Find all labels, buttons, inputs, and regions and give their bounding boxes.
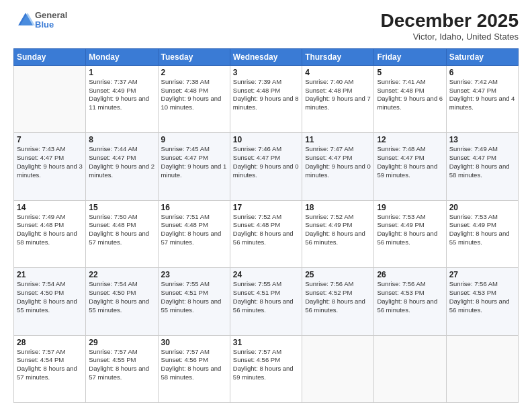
day-info: Sunrise: 7:43 AMSunset: 4:47 PMDaylight:… (17, 145, 83, 179)
calendar-cell: 27Sunrise: 7:56 AMSunset: 4:53 PMDayligh… (446, 268, 518, 335)
calendar-cell: 12Sunrise: 7:48 AMSunset: 4:47 PMDayligh… (374, 133, 446, 200)
day-info: Sunrise: 7:53 AMSunset: 4:49 PMDaylight:… (377, 213, 443, 247)
day-info: Sunrise: 7:56 AMSunset: 4:53 PMDaylight:… (449, 280, 515, 314)
day-info: Sunrise: 7:57 AMSunset: 4:56 PMDaylight:… (161, 348, 227, 382)
calendar-cell: 5Sunrise: 7:41 AMSunset: 4:48 PMDaylight… (374, 65, 446, 132)
header: General Blue December 2025 Victor, Idaho… (13, 11, 519, 42)
calendar-cell: 8Sunrise: 7:44 AMSunset: 4:47 PMDaylight… (86, 133, 158, 200)
day-info: Sunrise: 7:52 AMSunset: 4:49 PMDaylight:… (305, 213, 371, 247)
calendar-cell: 24Sunrise: 7:55 AMSunset: 4:51 PMDayligh… (230, 268, 302, 335)
month-title: December 2025 (381, 11, 519, 32)
calendar-cell: 6Sunrise: 7:42 AMSunset: 4:47 PMDaylight… (446, 65, 518, 132)
calendar-cell: 29Sunrise: 7:57 AMSunset: 4:55 PMDayligh… (86, 335, 158, 402)
day-number: 7 (17, 135, 83, 144)
weekday-header: Tuesday (158, 48, 230, 65)
day-info: Sunrise: 7:40 AMSunset: 4:48 PMDaylight:… (305, 78, 371, 112)
calendar-cell: 3Sunrise: 7:39 AMSunset: 4:48 PMDaylight… (230, 65, 302, 132)
calendar-row: 1Sunrise: 7:37 AMSunset: 4:49 PMDaylight… (14, 65, 519, 132)
day-number: 26 (377, 270, 443, 279)
day-info: Sunrise: 7:56 AMSunset: 4:52 PMDaylight:… (305, 280, 371, 314)
day-info: Sunrise: 7:57 AMSunset: 4:55 PMDaylight:… (89, 348, 154, 382)
day-info: Sunrise: 7:50 AMSunset: 4:48 PMDaylight:… (89, 213, 154, 247)
page: General Blue December 2025 Victor, Idaho… (0, 0, 532, 411)
weekday-header: Friday (374, 48, 446, 65)
day-number: 2 (161, 68, 227, 77)
calendar-cell (446, 335, 518, 402)
day-number: 18 (305, 203, 371, 212)
day-number: 20 (449, 203, 515, 212)
day-info: Sunrise: 7:51 AMSunset: 4:48 PMDaylight:… (161, 213, 227, 247)
day-number: 27 (449, 270, 515, 279)
logo-text: General Blue (35, 11, 67, 30)
day-info: Sunrise: 7:55 AMSunset: 4:51 PMDaylight:… (233, 280, 299, 314)
calendar-cell: 9Sunrise: 7:45 AMSunset: 4:47 PMDaylight… (158, 133, 230, 200)
day-info: Sunrise: 7:44 AMSunset: 4:47 PMDaylight:… (89, 145, 154, 179)
calendar-cell: 23Sunrise: 7:55 AMSunset: 4:51 PMDayligh… (158, 268, 230, 335)
calendar-cell: 16Sunrise: 7:51 AMSunset: 4:48 PMDayligh… (158, 200, 230, 267)
day-number: 4 (305, 68, 371, 77)
day-number: 25 (305, 270, 371, 279)
calendar-cell: 11Sunrise: 7:47 AMSunset: 4:47 PMDayligh… (302, 133, 374, 200)
calendar-cell: 17Sunrise: 7:52 AMSunset: 4:48 PMDayligh… (230, 200, 302, 267)
day-info: Sunrise: 7:37 AMSunset: 4:49 PMDaylight:… (89, 78, 154, 112)
day-number: 17 (233, 203, 299, 212)
day-number: 14 (17, 203, 83, 212)
weekday-header: Wednesday (230, 48, 302, 65)
calendar-cell: 28Sunrise: 7:57 AMSunset: 4:54 PMDayligh… (14, 335, 86, 402)
day-info: Sunrise: 7:54 AMSunset: 4:50 PMDaylight:… (89, 280, 154, 314)
calendar-row: 21Sunrise: 7:54 AMSunset: 4:50 PMDayligh… (14, 268, 519, 335)
calendar-cell: 25Sunrise: 7:56 AMSunset: 4:52 PMDayligh… (302, 268, 374, 335)
logo-blue: Blue (35, 20, 67, 30)
calendar-header-row: SundayMondayTuesdayWednesdayThursdayFrid… (14, 48, 519, 65)
calendar-cell: 20Sunrise: 7:53 AMSunset: 4:49 PMDayligh… (446, 200, 518, 267)
calendar-cell: 15Sunrise: 7:50 AMSunset: 4:48 PMDayligh… (86, 200, 158, 267)
calendar-table: SundayMondayTuesdayWednesdayThursdayFrid… (13, 48, 519, 403)
weekday-header: Monday (86, 48, 158, 65)
calendar-cell: 2Sunrise: 7:38 AMSunset: 4:48 PMDaylight… (158, 65, 230, 132)
day-number: 6 (449, 68, 515, 77)
day-info: Sunrise: 7:52 AMSunset: 4:48 PMDaylight:… (233, 213, 299, 247)
day-info: Sunrise: 7:55 AMSunset: 4:51 PMDaylight:… (161, 280, 227, 314)
logo-icon (16, 11, 35, 30)
calendar-cell: 7Sunrise: 7:43 AMSunset: 4:47 PMDaylight… (14, 133, 86, 200)
day-number: 3 (233, 68, 299, 77)
day-info: Sunrise: 7:41 AMSunset: 4:48 PMDaylight:… (377, 78, 443, 112)
day-info: Sunrise: 7:38 AMSunset: 4:48 PMDaylight:… (161, 78, 227, 112)
calendar-cell: 21Sunrise: 7:54 AMSunset: 4:50 PMDayligh… (14, 268, 86, 335)
calendar-cell: 4Sunrise: 7:40 AMSunset: 4:48 PMDaylight… (302, 65, 374, 132)
calendar-cell: 10Sunrise: 7:46 AMSunset: 4:47 PMDayligh… (230, 133, 302, 200)
day-number: 8 (89, 135, 154, 144)
day-info: Sunrise: 7:45 AMSunset: 4:47 PMDaylight:… (161, 145, 227, 179)
calendar-cell: 31Sunrise: 7:57 AMSunset: 4:56 PMDayligh… (230, 335, 302, 402)
day-info: Sunrise: 7:49 AMSunset: 4:48 PMDaylight:… (17, 213, 83, 247)
day-number: 23 (161, 270, 227, 279)
day-number: 21 (17, 270, 83, 279)
day-number: 24 (233, 270, 299, 279)
weekday-header: Thursday (302, 48, 374, 65)
logo: General Blue (13, 11, 67, 30)
calendar-cell: 13Sunrise: 7:49 AMSunset: 4:47 PMDayligh… (446, 133, 518, 200)
logo-general: General (35, 11, 67, 20)
day-info: Sunrise: 7:48 AMSunset: 4:47 PMDaylight:… (377, 145, 443, 179)
day-number: 15 (89, 203, 154, 212)
day-number: 16 (161, 203, 227, 212)
calendar-cell: 14Sunrise: 7:49 AMSunset: 4:48 PMDayligh… (14, 200, 86, 267)
calendar-cell: 1Sunrise: 7:37 AMSunset: 4:49 PMDaylight… (86, 65, 158, 132)
day-number: 28 (17, 338, 83, 347)
day-number: 5 (377, 68, 443, 77)
calendar-cell: 18Sunrise: 7:52 AMSunset: 4:49 PMDayligh… (302, 200, 374, 267)
day-number: 13 (449, 135, 515, 144)
day-number: 10 (233, 135, 299, 144)
calendar-cell: 26Sunrise: 7:56 AMSunset: 4:53 PMDayligh… (374, 268, 446, 335)
day-number: 9 (161, 135, 227, 144)
weekday-header: Sunday (14, 48, 86, 65)
day-info: Sunrise: 7:42 AMSunset: 4:47 PMDaylight:… (449, 78, 515, 112)
weekday-header: Saturday (446, 48, 518, 65)
day-number: 1 (89, 68, 154, 77)
day-number: 31 (233, 338, 299, 347)
calendar-cell (14, 65, 86, 132)
calendar-cell (374, 335, 446, 402)
day-number: 12 (377, 135, 443, 144)
day-info: Sunrise: 7:53 AMSunset: 4:49 PMDaylight:… (449, 213, 515, 247)
day-info: Sunrise: 7:39 AMSunset: 4:48 PMDaylight:… (233, 78, 299, 112)
